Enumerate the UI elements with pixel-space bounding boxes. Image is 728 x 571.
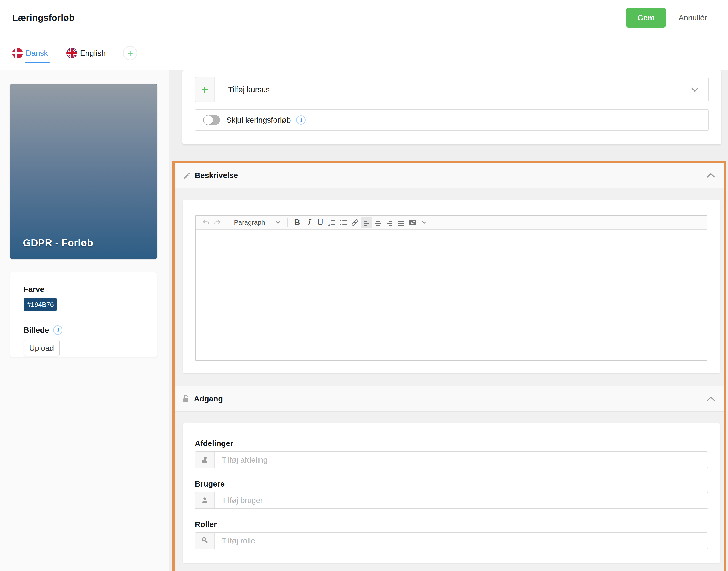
- add-user-input[interactable]: [214, 492, 708, 508]
- align-right-button[interactable]: [384, 217, 395, 228]
- language-label: Dansk: [26, 49, 48, 58]
- language-bar: Dansk English +: [0, 36, 728, 70]
- cancel-button[interactable]: Annullér: [678, 13, 707, 22]
- description-section-body: Paragraph B I U 1: [175, 188, 724, 386]
- info-icon[interactable]: i: [53, 326, 63, 335]
- main-column: + Tilføj kursus Skjul læringsforløb i: [182, 71, 721, 571]
- link-button[interactable]: [349, 217, 361, 228]
- course-list-panel: + Tilføj kursus Skjul læringsforløb i: [182, 71, 721, 144]
- align-left-button[interactable]: [361, 217, 372, 228]
- toggle-knob: [204, 115, 213, 125]
- course-card[interactable]: GDPR - Forløb: [10, 84, 157, 259]
- paragraph-style-select[interactable]: Paragraph: [231, 219, 284, 226]
- ordered-list-button[interactable]: 1 2: [326, 217, 338, 228]
- hide-toggle[interactable]: [203, 115, 220, 125]
- justify-button[interactable]: [395, 217, 407, 228]
- departments-label: Afdelinger: [195, 439, 708, 448]
- editor-content[interactable]: [196, 230, 707, 360]
- user-icon: [195, 492, 214, 508]
- building-icon: [195, 452, 214, 468]
- svg-text:1: 1: [328, 219, 330, 222]
- svg-text:2: 2: [328, 223, 330, 226]
- add-role-input[interactable]: [214, 533, 708, 549]
- plus-icon: +: [127, 47, 133, 59]
- align-center-button[interactable]: [372, 217, 384, 228]
- access-section-body: Afdelinger: [175, 412, 724, 571]
- language-tab-dansk[interactable]: Dansk: [12, 48, 48, 59]
- image-label-row: Billede i: [23, 326, 144, 335]
- sidebar: GDPR - Forløb Farve #194B76 Billede i Up…: [0, 71, 169, 571]
- users-field: Brugere: [195, 479, 708, 509]
- redo-button[interactable]: [212, 217, 223, 228]
- bold-button[interactable]: B: [291, 217, 303, 228]
- lock-open-icon: [182, 394, 189, 403]
- more-tools-chevron-icon[interactable]: [419, 217, 430, 228]
- hide-learning-path-row: Skjul læringsforløb i: [195, 109, 709, 131]
- roles-input-box: [195, 532, 708, 549]
- roles-label: Roller: [195, 520, 708, 529]
- chevron-up-icon[interactable]: [707, 396, 715, 401]
- page-title: Læringsforløb: [12, 13, 75, 23]
- chevron-down-icon[interactable]: [691, 87, 699, 92]
- plus-icon: +: [201, 84, 208, 96]
- undo-button[interactable]: [200, 217, 212, 228]
- editor-toolbar: Paragraph B I U 1: [196, 216, 707, 230]
- italic-button[interactable]: I: [303, 217, 314, 228]
- insert-image-button[interactable]: [407, 217, 419, 228]
- departments-field: Afdelinger: [195, 439, 708, 468]
- departments-input-box: [195, 451, 708, 468]
- language-tab-english[interactable]: English: [67, 48, 106, 59]
- add-department-input[interactable]: [214, 452, 708, 468]
- underline-button[interactable]: U: [314, 217, 326, 228]
- roles-field: Roller: [195, 520, 708, 549]
- add-language-button[interactable]: +: [123, 46, 137, 60]
- chevron-up-icon[interactable]: [707, 173, 715, 178]
- key-icon: [195, 533, 214, 549]
- uk-flag-icon: [67, 48, 77, 59]
- save-button[interactable]: Gem: [626, 8, 666, 27]
- info-icon[interactable]: i: [296, 115, 305, 125]
- bullet-list-button[interactable]: [338, 217, 349, 228]
- language-label: English: [80, 49, 106, 58]
- add-course-label: Tilføj kursus: [228, 85, 270, 94]
- users-input-box: [195, 492, 708, 509]
- hide-toggle-label: Skjul læringsforløb: [226, 116, 291, 124]
- learning-path-editor-page: Læringsforløb Gem Annullér Dansk English…: [0, 0, 728, 571]
- description-section-header[interactable]: Beskrivelse: [175, 163, 724, 188]
- access-section-header[interactable]: Adgang: [175, 386, 724, 412]
- image-label: Billede: [23, 326, 49, 335]
- app-header: Læringsforløb Gem Annullér: [0, 0, 728, 35]
- access-section-title: Adgang: [194, 394, 223, 403]
- rich-text-editor: Paragraph B I U 1: [195, 215, 707, 361]
- editor-panel: Paragraph B I U 1: [183, 200, 720, 373]
- access-panel: Afdelinger: [183, 424, 720, 563]
- appearance-card: Farve #194B76 Billede i Upload: [10, 272, 157, 357]
- color-chip[interactable]: #194B76: [23, 298, 57, 311]
- description-section-title: Beskrivelse: [195, 171, 238, 180]
- header-actions: Gem Annullér: [626, 8, 707, 27]
- pencil-icon: [182, 171, 190, 179]
- denmark-flag-icon: [12, 48, 23, 59]
- color-label: Farve: [23, 285, 144, 294]
- content-area: GDPR - Forløb Farve #194B76 Billede i Up…: [0, 70, 728, 571]
- paragraph-style-value: Paragraph: [234, 219, 265, 226]
- toolbar-separator: [227, 218, 227, 227]
- add-course-icon-cell: +: [195, 77, 215, 102]
- users-label: Brugere: [195, 479, 708, 488]
- toolbar-separator: [287, 218, 288, 227]
- highlighted-region: Beskrivelse: [172, 160, 726, 571]
- add-course-row[interactable]: + Tilføj kursus: [195, 77, 709, 102]
- course-card-title: GDPR - Forløb: [23, 237, 93, 249]
- upload-button[interactable]: Upload: [23, 340, 60, 356]
